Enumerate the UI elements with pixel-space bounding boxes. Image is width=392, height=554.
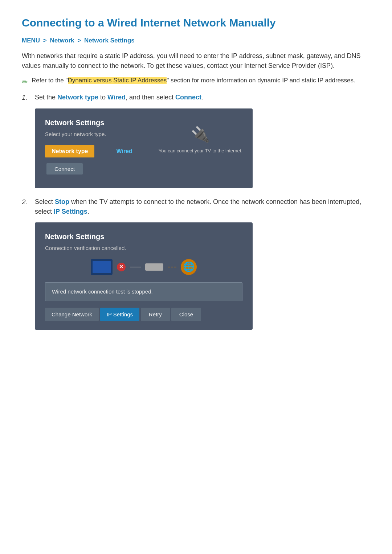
step-2-num: 2. — [22, 197, 30, 208]
step-2-item: 2. Select Stop when the TV attempts to c… — [22, 197, 370, 217]
retry-button[interactable]: Retry — [141, 308, 170, 321]
globe-icon: 🌐 — [181, 259, 197, 275]
breadcrumb-sep2: > — [77, 37, 81, 44]
router-icon — [145, 263, 163, 271]
connection-graphic: ✕ 🌐 — [45, 259, 242, 275]
wired-value-label: Wired — [116, 147, 132, 156]
wired-link: Wired — [107, 94, 126, 101]
pencil-icon: ✏ — [22, 77, 28, 87]
status-text: Wired network connection test is stopped… — [52, 288, 153, 295]
cable-icon-area: 🔌 You can connect your TV to the interne… — [159, 123, 242, 154]
tv-screen — [93, 261, 111, 273]
step-2-text: Select Stop when the TV attempts to conn… — [35, 197, 370, 217]
step-1-num: 1. — [22, 93, 30, 103]
ip-settings-button[interactable]: IP Settings — [100, 308, 139, 321]
note-item: ✏ Refer to the "Dynamic versus Static IP… — [22, 76, 370, 87]
x-mark-icon: ✕ — [117, 263, 126, 271]
tv-ui-box-2: Network Settings Connection verification… — [35, 222, 253, 330]
stop-link: Stop — [55, 198, 69, 205]
breadcrumb-menu: MENU — [22, 37, 40, 44]
tv-graphic-icon — [91, 259, 113, 275]
dotted-line — [168, 267, 176, 267]
breadcrumb-settings: Network Settings — [84, 37, 135, 44]
connect-link: Connect — [175, 94, 201, 101]
cable-caption: You can connect your TV to the internet. — [159, 148, 242, 154]
ip-settings-link: IP Settings — [54, 208, 87, 215]
breadcrumb-network: Network — [50, 37, 74, 44]
tv-ui-2-subtitle: Connection verification cancelled. — [45, 244, 242, 253]
tv-ui-2-button-row: Change Network IP Settings Retry Close — [45, 308, 242, 321]
breadcrumb: MENU > Network > Network Settings — [22, 36, 370, 45]
connect-button[interactable]: Connect — [46, 163, 83, 175]
note-text: Refer to the "Dynamic versus Static IP A… — [32, 76, 355, 85]
ethernet-icon: 🔌 — [159, 123, 242, 146]
change-network-button[interactable]: Change Network — [45, 308, 99, 321]
close-button[interactable]: Close — [171, 308, 201, 321]
page-title: Connecting to a Wired Internet Network M… — [22, 15, 370, 31]
breadcrumb-sep1: > — [43, 37, 47, 44]
tv-ui-2-title: Network Settings — [45, 231, 242, 242]
network-type-button[interactable]: Network type — [45, 145, 94, 157]
step-1-text: Set the Network type to Wired, and then … — [35, 93, 203, 102]
intro-text: With networks that require a static IP a… — [22, 51, 370, 71]
tv-ui-box-1: Network Settings Select your network typ… — [35, 108, 253, 188]
highlight-link: Dynamic versus Static IP Addresses — [68, 77, 167, 84]
step-1-item: 1. Set the Network type to Wired, and th… — [22, 93, 370, 103]
network-type-link: Network type — [57, 94, 98, 101]
status-box: Wired network connection test is stopped… — [45, 282, 242, 301]
connection-line — [130, 267, 141, 267]
